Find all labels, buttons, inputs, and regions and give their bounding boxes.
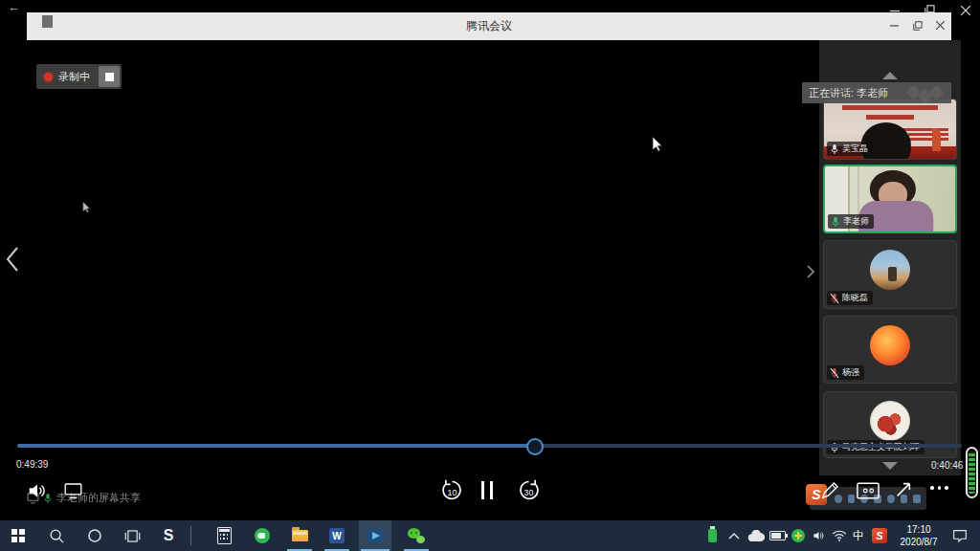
tray-usb-device[interactable] — [701, 520, 724, 551]
mic-speaking-icon — [831, 216, 840, 228]
rewind-10-button[interactable]: 10 — [440, 478, 464, 504]
participant-name: 杨强 — [842, 366, 859, 379]
mic-muted-icon — [830, 367, 839, 379]
tray-show-hidden[interactable] — [724, 520, 745, 551]
usb-icon — [708, 529, 717, 542]
remote-cursor-icon — [82, 201, 91, 213]
meeting-window-title: 腾讯会议 — [27, 12, 951, 40]
sogou-icon: S — [872, 528, 887, 543]
participant-name: 吴宝晶 — [842, 143, 868, 155]
participant-name-tag: 陈晓磊 — [827, 291, 873, 305]
cortana-icon — [87, 528, 102, 543]
forward-30-button[interactable]: 30 — [517, 478, 541, 504]
tray-battery[interactable] — [766, 520, 789, 551]
ime-indicator[interactable]: 中 — [848, 520, 869, 551]
remaining-time: 0:40:46 — [931, 460, 963, 471]
watermark-diamond — [929, 85, 945, 100]
participant-tile-wubaojing[interactable]: 吴宝晶 — [823, 99, 957, 160]
participant-name: 陈晓磊 — [842, 292, 868, 304]
windows-logo-icon — [11, 529, 25, 542]
participant-tile-lilaoshi[interactable]: 李老师 — [823, 165, 957, 233]
pause-button[interactable] — [481, 481, 493, 499]
fullscreen-button[interactable] — [894, 480, 913, 499]
clock[interactable]: 17:10 2020/8/7 — [892, 523, 946, 548]
clock-date: 2020/8/7 — [892, 536, 946, 548]
start-button[interactable] — [4, 520, 33, 551]
close-icon[interactable] — [960, 5, 970, 15]
scroll-up-icon[interactable] — [819, 72, 961, 79]
green-app-icon — [255, 528, 270, 543]
annot-tool-icon[interactable] — [913, 495, 921, 503]
wechat-app[interactable] — [402, 520, 431, 551]
cortana-button[interactable] — [80, 520, 109, 551]
chevron-left-icon[interactable] — [5, 246, 20, 273]
monitor-icon — [63, 481, 83, 500]
clock-time: 17:10 — [892, 523, 946, 536]
participant-tile-liuhui[interactable]: 马克思主义学院刘晖 — [823, 391, 957, 458]
file-explorer-app[interactable] — [285, 520, 314, 551]
battery-icon — [769, 531, 786, 540]
search-button[interactable] — [42, 520, 71, 551]
action-center-icon — [952, 529, 968, 543]
pinned-app-pinwheel[interactable]: S — [154, 520, 183, 551]
mic-on-icon — [830, 143, 839, 155]
participant-avatar — [870, 325, 910, 365]
meeting-close-icon[interactable] — [935, 20, 946, 31]
movies-tv-icon — [368, 529, 384, 543]
action-center-button[interactable] — [946, 520, 974, 551]
sogou-ime-tray[interactable]: S — [867, 520, 892, 551]
more-options-button[interactable] — [930, 486, 948, 490]
tray-cloud[interactable] — [745, 520, 768, 551]
green-browser-app[interactable] — [248, 520, 277, 551]
green-plus-icon — [791, 529, 805, 542]
participant-name-tag: 李老师 — [828, 214, 874, 229]
screenshot-button[interactable] — [857, 482, 880, 499]
seek-handle[interactable] — [526, 438, 544, 455]
player-top-strip: ← — [0, 0, 980, 13]
participant-name: 李老师 — [843, 215, 869, 228]
recording-badge: 录制中 — [36, 64, 122, 89]
participant-name-tag: 杨强 — [827, 365, 864, 380]
wifi-icon — [832, 530, 847, 541]
mic-muted-icon — [830, 293, 839, 304]
meeting-restore-icon[interactable] — [912, 20, 923, 31]
seek-bar[interactable] — [17, 444, 962, 448]
chevron-up-icon — [728, 532, 740, 540]
participant-tile-chenxiaolei[interactable]: 陈晓磊 — [823, 240, 957, 309]
speaker-icon — [27, 480, 48, 501]
annotate-button[interactable] — [819, 480, 840, 501]
elapsed-time: 0:49:39 — [16, 459, 48, 470]
pencil-icon — [819, 480, 840, 501]
expand-arrow-icon — [894, 480, 913, 499]
cast-to-device-button[interactable] — [63, 481, 83, 500]
back-button[interactable]: ← — [8, 1, 20, 13]
taskbar-separator — [190, 526, 191, 545]
word-icon: W — [329, 528, 345, 543]
recording-label: 录制中 — [58, 70, 90, 84]
cloud-icon — [747, 530, 765, 542]
word-app[interactable]: W — [323, 520, 351, 551]
taskbar: S W 中 — [0, 520, 980, 551]
pinwheel-app-icon: S — [164, 527, 174, 544]
svg-text:30: 30 — [524, 488, 534, 497]
wechat-icon — [408, 528, 425, 543]
svg-text:10: 10 — [448, 488, 457, 497]
meeting-minimize-icon[interactable] — [889, 20, 900, 31]
movies-tv-app-active[interactable] — [359, 520, 391, 551]
stop-recording-button[interactable] — [99, 66, 120, 87]
search-icon — [49, 528, 65, 544]
chevron-right-icon[interactable] — [806, 265, 814, 278]
calculator-app[interactable] — [210, 520, 238, 551]
calculator-icon — [217, 527, 232, 544]
participant-tile-yangqiang[interactable]: 杨强 — [823, 316, 957, 384]
speaker-icon — [812, 529, 826, 542]
volume-button[interactable] — [27, 480, 48, 501]
participant-avatar — [870, 401, 910, 441]
progress-fill — [17, 444, 535, 448]
annot-tool-icon[interactable] — [848, 495, 856, 503]
task-view-button[interactable] — [118, 520, 146, 551]
speaking-tooltip: 正在讲话: 李老师 — [802, 82, 951, 103]
participant-name-tag: 吴宝晶 — [827, 142, 873, 156]
folder-icon — [292, 530, 308, 541]
participants-sidebar: 吴宝晶 李老师 陈晓磊 杨强 马克思主义学院刘晖 — [819, 40, 961, 475]
